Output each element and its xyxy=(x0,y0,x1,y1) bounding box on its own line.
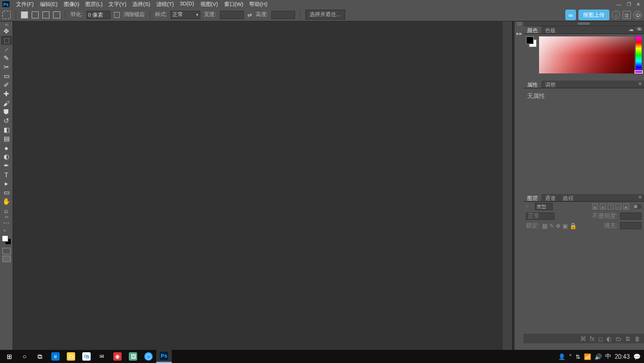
stamp-tool[interactable]: ⛊ xyxy=(1,107,12,116)
menu-select[interactable]: 选择(S) xyxy=(129,0,153,9)
brush-tool[interactable]: 🖌 xyxy=(1,99,12,107)
layers-panel-menu-icon[interactable]: ≡ xyxy=(636,194,644,201)
tab-swatches[interactable]: 色板 xyxy=(541,26,559,33)
filter-smart-icon[interactable]: ▣ xyxy=(623,204,629,210)
blur-tool[interactable]: ● xyxy=(1,143,12,152)
tab-channels[interactable]: 通道 xyxy=(541,194,559,201)
feather-input[interactable]: 0 像素 xyxy=(86,11,110,19)
layer-style-icon[interactable]: fx xyxy=(590,336,595,342)
lock-position-icon[interactable]: ✥ xyxy=(556,223,561,229)
frame-tool[interactable]: ▭ xyxy=(1,72,12,81)
new-layer-icon[interactable]: 🗎 xyxy=(625,336,631,342)
heal-tool[interactable]: ✚ xyxy=(1,90,12,99)
layer-filter-search-icon[interactable]: ⌕ xyxy=(526,203,533,210)
width-input[interactable] xyxy=(220,11,244,19)
opacity-input[interactable] xyxy=(620,213,642,220)
delete-layer-icon[interactable]: 🗑 xyxy=(634,336,640,342)
filter-pixel-icon[interactable]: ▦ xyxy=(592,204,598,210)
menu-window[interactable]: 窗口(W) xyxy=(221,0,247,9)
group-icon[interactable]: 🗀 xyxy=(615,336,621,342)
screen-mode-icon[interactable] xyxy=(2,256,11,262)
filter-type-icon[interactable]: T xyxy=(608,204,614,210)
dock-drag-handle[interactable] xyxy=(517,23,522,25)
move-tool[interactable]: ✥ xyxy=(1,27,12,36)
menu-image[interactable]: 图像(I) xyxy=(61,0,83,9)
power-icon[interactable]: ⏻ xyxy=(633,11,642,19)
marquee-tool[interactable]: ⬚ xyxy=(1,36,12,45)
tab-layers[interactable]: 图层 xyxy=(524,194,541,201)
select-and-mask-button[interactable]: 选择并遮住... xyxy=(305,10,345,20)
blend-mode-dropdown[interactable]: 正常 xyxy=(526,213,555,220)
menu-edit[interactable]: 编辑(E) xyxy=(37,0,61,9)
tab-color[interactable]: 颜色 xyxy=(524,26,541,33)
menu-layer[interactable]: 图层(L) xyxy=(82,0,106,9)
foreground-color[interactable] xyxy=(2,235,8,242)
menu-view[interactable]: 视图(V) xyxy=(197,0,221,9)
adjustment-layer-icon[interactable]: ◐ xyxy=(606,336,612,342)
layer-mask-icon[interactable]: ◻ xyxy=(598,336,603,342)
filter-toggle[interactable] xyxy=(633,204,642,209)
task-view-icon[interactable]: ⧉ xyxy=(32,350,48,363)
selection-new-icon[interactable] xyxy=(21,11,28,19)
fill-input[interactable] xyxy=(620,222,642,229)
tray-ime[interactable]: 中 xyxy=(605,352,611,361)
color-field[interactable] xyxy=(539,36,634,73)
quick-mask-icon[interactable] xyxy=(2,248,11,254)
quick-select-tool[interactable]: ✎ xyxy=(1,54,12,63)
swap-colors-icon[interactable]: ⤭ xyxy=(3,228,10,233)
color-panel-swatch[interactable] xyxy=(526,36,537,47)
tab-adjustments[interactable]: 调整 xyxy=(541,81,559,88)
gradient-tool[interactable]: ▤ xyxy=(1,134,12,143)
taskbar-edge[interactable]: e xyxy=(48,350,63,363)
lock-artboard-icon[interactable]: ▣ xyxy=(562,223,568,229)
cloud-icon[interactable]: ∞ xyxy=(565,10,576,20)
type-tool[interactable]: T xyxy=(1,170,12,179)
dodge-tool[interactable]: ◐ xyxy=(1,152,12,161)
selection-intersect-icon[interactable] xyxy=(53,11,60,19)
menu-type[interactable]: 文字(Y) xyxy=(106,0,129,9)
foreground-background-colors[interactable] xyxy=(2,235,11,245)
lock-pixels-icon[interactable]: ✎ xyxy=(549,223,554,229)
tray-wifi-icon[interactable]: 📶 xyxy=(584,353,591,360)
color-panel-fg[interactable] xyxy=(526,36,534,44)
taskbar-app-browser[interactable]: ◯ xyxy=(141,350,156,363)
zoom-tool[interactable]: ⌕ xyxy=(1,206,12,215)
eraser-tool[interactable]: ◧ xyxy=(1,125,12,134)
swap-wh-icon[interactable]: ⇄ xyxy=(247,12,252,18)
tray-network-icon[interactable]: ⇅ xyxy=(575,353,580,360)
link-layers-icon[interactable]: ⌘ xyxy=(580,336,586,342)
lock-all-icon[interactable]: 🔒 xyxy=(569,223,577,229)
selection-subtract-icon[interactable] xyxy=(42,11,49,19)
lasso-tool[interactable]: ⟋ xyxy=(1,45,12,54)
crop-tool[interactable]: ✂ xyxy=(1,63,12,72)
window-minimize[interactable]: — xyxy=(615,1,623,7)
properties-panel-menu-icon[interactable]: ≡ xyxy=(636,81,644,88)
cortana-icon[interactable]: ○ xyxy=(17,350,32,363)
tray-overflow-icon[interactable]: ˄ xyxy=(569,353,572,360)
taskbar-mail[interactable]: ✉ xyxy=(94,350,110,363)
taskbar-app-red[interactable]: ◉ xyxy=(110,350,125,363)
selection-add-icon[interactable] xyxy=(32,11,39,19)
lock-transparency-icon[interactable]: ▦ xyxy=(542,223,547,229)
pen-tool[interactable]: ✒ xyxy=(1,161,12,170)
menu-file[interactable]: 文件(F) xyxy=(13,0,37,9)
cc-libraries-icon[interactable]: ☁ xyxy=(628,26,634,33)
hand-tool[interactable]: ✋ xyxy=(1,197,12,206)
history-brush-tool[interactable]: ↺ xyxy=(1,116,12,125)
tray-volume-icon[interactable]: 🔊 xyxy=(595,353,602,360)
antialias-checkbox[interactable] xyxy=(114,12,120,18)
tray-people-icon[interactable]: 👤 xyxy=(558,353,565,360)
window-restore[interactable]: ❐ xyxy=(625,1,632,7)
start-button[interactable]: ⊞ xyxy=(1,350,17,363)
tab-paths[interactable]: 路径 xyxy=(559,194,577,201)
menu-3d[interactable]: 3D(D) xyxy=(177,0,197,9)
edit-toolbar-icon[interactable]: ⋯ xyxy=(1,219,12,228)
menu-filter[interactable]: 滤镜(T) xyxy=(153,0,177,9)
hue-slider[interactable] xyxy=(636,36,642,73)
view-icon[interactable]: 👁 xyxy=(636,26,642,33)
layers-list[interactable] xyxy=(524,230,644,334)
vertical-scrollbar[interactable] xyxy=(503,21,512,350)
layer-filter-kind-dropdown[interactable]: 类型 xyxy=(535,203,553,210)
toolbar-drag-handle[interactable] xyxy=(5,24,8,26)
share-upload-button[interactable]: 抠图上传 xyxy=(578,10,609,20)
